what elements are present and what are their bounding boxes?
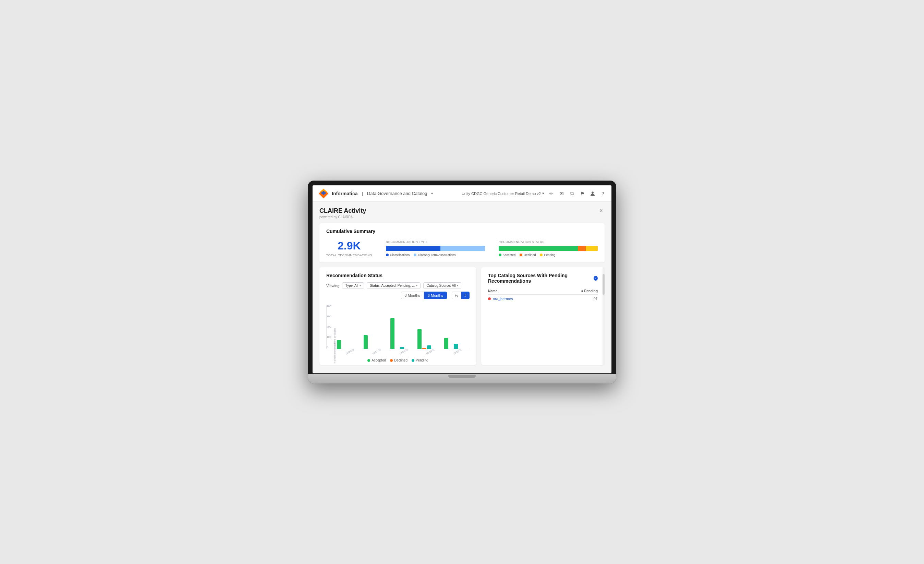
legend-pending: Pending (540, 253, 555, 256)
rec-status-legend: Accepted Declined Pending (499, 253, 598, 256)
rec-status-section: RECOMMENDATION STATUS Accepted (499, 240, 598, 256)
rec-type-label: RECOMMENDATION TYPE (386, 240, 485, 244)
declined-label: Declined (524, 253, 536, 256)
scrollbar-thumb (603, 274, 604, 295)
type-filter-dropdown[interactable]: Type: All ▾ (342, 282, 364, 289)
legend-glossary: Glossary Term Associations (414, 253, 456, 256)
copy-icon[interactable]: ⧉ (569, 190, 575, 196)
total-recs-block: 2.9K TOTAL RECOMMENDATIONS (326, 240, 372, 257)
rec-type-section: RECOMMENDATION TYPE Classifications (386, 240, 485, 256)
source-status-dot (488, 297, 491, 300)
chart-bottom-legend: Accepted Declined Pending (326, 358, 470, 362)
legend-declined: Declined (520, 253, 536, 256)
type-filter-arrow: ▾ (360, 284, 361, 287)
page-subtitle: powered by CLAIRE® (320, 215, 366, 219)
user-icon[interactable] (590, 190, 596, 196)
app-title-dropdown[interactable]: ▾ (431, 192, 433, 195)
time-toggle: 3 Months 6 Months (401, 292, 447, 299)
close-button[interactable]: × (598, 207, 604, 214)
message-icon[interactable]: ✉ (559, 190, 565, 196)
bar-declined-4 (422, 348, 426, 349)
catalog-card: Top Catalog Sources With Pending Recomme… (481, 267, 604, 365)
y-label-300: 300 (327, 315, 331, 318)
org-name: Unity CDGC Generic Customer Retail Demo … (462, 192, 541, 196)
y-label-200: 200 (327, 325, 331, 328)
source-name-cell: ora_hermes (488, 295, 554, 303)
rec-status-bar (499, 246, 598, 251)
bar-accepted-1 (337, 340, 341, 349)
total-recs-label: TOTAL RECOMMENDATIONS (326, 254, 372, 257)
flag-icon[interactable]: ⚑ (579, 190, 585, 196)
brand-name: Informatica (332, 191, 357, 196)
informatica-logo-icon (318, 188, 329, 199)
scrollbar[interactable] (603, 267, 604, 365)
rec-status-card-title: Recommendation Status (326, 273, 470, 278)
help-icon[interactable]: ? (600, 190, 606, 196)
y-axis-title: # of Recommendations by Status (333, 328, 336, 363)
catalog-title-text: Top Catalog Sources With Pending Recomme… (488, 273, 591, 284)
app-title-text: Data Governance and Catalog (367, 191, 428, 196)
bar-accepted-2 (364, 335, 368, 349)
page-header: CLAIRE Activity powered by CLAIRE® × (320, 207, 604, 219)
catalog-info-icon[interactable]: i (594, 276, 598, 280)
catalog-filter-arrow: ▾ (457, 284, 458, 287)
6-months-button[interactable]: 6 Months (424, 292, 447, 299)
status-filter-dropdown[interactable]: Status: Accepted, Pending, ... ▾ (367, 282, 420, 289)
pending-dot (540, 254, 543, 256)
classifications-label: Classifications (390, 253, 410, 256)
chart-legend-accepted: Accepted (368, 358, 386, 362)
org-selector[interactable]: Unity CDGC Generic Customer Retail Demo … (462, 191, 544, 196)
status-filter-label: Status: Accepted, Pending, ... (370, 284, 415, 288)
catalog-filter-label: Catalog Source: All (426, 284, 456, 288)
rec-type-bar (386, 246, 485, 251)
glossary-dot (414, 254, 416, 256)
y-label-0: 0 (327, 346, 331, 349)
catalog-card-title: Top Catalog Sources With Pending Recomme… (488, 273, 598, 284)
pending-label: Pending (544, 253, 555, 256)
rec-type-dark-segment (386, 246, 440, 251)
source-pending-count: 91 (554, 295, 598, 303)
rec-type-legend: Classifications Glossary Term Associatio… (386, 253, 485, 256)
legend-classifications: Classifications (386, 253, 410, 256)
accepted-label: Accepted (503, 253, 516, 256)
edit-icon[interactable]: ✏ (548, 190, 555, 196)
summary-row: 2.9K TOTAL RECOMMENDATIONS RECOMMENDATIO… (326, 240, 598, 257)
logo-area: Informatica | Data Governance and Catalo… (318, 188, 433, 199)
app-title-separator: | (362, 191, 363, 196)
chart-area: 0 100 200 300 400 # of Recommendations b… (326, 304, 470, 349)
x-axis-labels: 06/27/22 07/25/22 08/22/22 09/19/22 10/1… (326, 351, 470, 353)
accepted-dot (499, 254, 501, 256)
count-button[interactable]: # (461, 292, 470, 299)
chart-pending-dot (412, 359, 414, 362)
catalog-table: Name # Pending ora_hermes (488, 288, 598, 303)
header-icons: ✏ ✉ ⧉ ⚑ ? (548, 190, 606, 196)
bar-pending-4 (427, 345, 431, 349)
total-recs-number: 2.9K (326, 240, 372, 252)
rec-status-yellow (586, 246, 598, 251)
classifications-dot (386, 254, 388, 256)
declined-dot (520, 254, 522, 256)
bar-chart-container: 0 100 200 300 400 # of Recommendations b… (326, 304, 470, 360)
table-row: ora_hermes 91 (488, 295, 598, 303)
3-months-button[interactable]: 3 Months (401, 292, 424, 299)
source-link[interactable]: ora_hermes (488, 297, 554, 301)
bar-group-3 (390, 318, 416, 349)
laptop-notch (448, 375, 476, 378)
catalog-filter-dropdown[interactable]: Catalog Source: All ▾ (423, 282, 461, 289)
laptop-frame: Informatica | Data Governance and Catalo… (308, 181, 616, 383)
page-title: CLAIRE Activity (320, 207, 366, 214)
viewing-label: Viewing (326, 284, 339, 288)
summary-title: Cumulative Summary (326, 228, 598, 234)
y-label-100: 100 (327, 336, 331, 339)
chart-declined-dot (390, 359, 393, 362)
type-filter-label: Type: All (345, 284, 358, 288)
bar-pending-3 (400, 347, 404, 349)
legend-accepted: Accepted (499, 253, 516, 256)
chart-legend-declined: Declined (390, 358, 408, 362)
percent-button[interactable]: % (452, 292, 461, 299)
main-content: CLAIRE Activity powered by CLAIRE® × Cum… (313, 202, 611, 373)
page-title-block: CLAIRE Activity powered by CLAIRE® (320, 207, 366, 219)
y-label-400: 400 (327, 304, 331, 308)
col-name-header: Name (488, 288, 554, 295)
laptop-screen: Informatica | Data Governance and Catalo… (312, 185, 612, 374)
